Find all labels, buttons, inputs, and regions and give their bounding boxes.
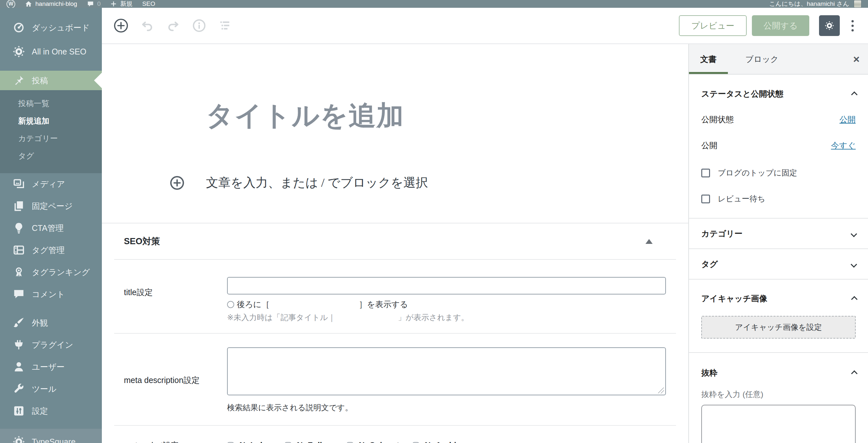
site-name-label: hanamichi-blog [35,0,77,7]
sidebar-item-label: メディア [32,179,65,189]
featured-image-panel-header[interactable]: アイキャッチ画像 [701,289,856,308]
user-avatar[interactable] [854,0,862,8]
tags-panel: タグ [689,249,868,280]
publish-value-link[interactable]: 今すぐ [831,140,856,151]
seo-description-label: meta description設定 [124,347,227,413]
seo-description-row: meta description設定 検索結果に表示される説明文です。 [114,334,676,426]
seo-metabox-title: SEO対策 [124,235,160,247]
redo-button[interactable] [166,19,180,33]
add-block-button[interactable] [169,176,185,190]
plug-icon [13,339,25,351]
paragraph-placeholder[interactable]: 文章を入力、または / でブロックを選択 [206,175,428,191]
undo-button[interactable] [140,19,154,33]
sidebar-item-users[interactable]: ユーザー [0,357,102,377]
sidebar-item-plugins[interactable]: プラグイン [0,335,102,355]
publish-button[interactable]: 公開する [752,15,809,36]
sidebar-item-label: プラグイン [32,340,73,350]
nosnippet-label: :NoSnippet [356,441,399,443]
chevron-down-icon [851,231,857,238]
tab-block[interactable]: ブロック [736,44,788,74]
award-medal-icon [13,266,25,278]
sidebar-item-tools[interactable]: ツール [0,379,102,399]
site-name-link[interactable]: hanamichi-blog [25,0,77,7]
sticky-checkbox[interactable] [701,169,710,178]
pages-icon [13,200,25,212]
excerpt-panel-title: 抜粋 [701,368,717,378]
noindex-checkbox[interactable] [227,442,234,443]
collapse-triangle-icon[interactable] [646,239,653,244]
nofollow-checkbox[interactable] [284,442,291,443]
nosnippet-checkbox[interactable] [346,442,353,443]
append-suffix-radio[interactable] [227,301,234,308]
sidebar-item-media[interactable]: メディア [0,174,102,194]
sidebar-item-settings[interactable]: 設定 [0,401,102,421]
plus-icon [110,1,117,7]
submenu-item-categories[interactable]: カテゴリー [0,130,102,147]
categories-panel-title: カテゴリー [701,228,742,239]
sidebar-item-appearance[interactable]: 外観 [0,313,102,333]
visibility-value-link[interactable]: 公開 [839,114,856,125]
list-view-button[interactable] [218,19,232,33]
wrench-icon [13,383,25,395]
lightbulb-icon [13,222,25,234]
chevron-down-icon [851,261,857,268]
sidebar-item-typesquare[interactable]: TypeSquare [0,429,102,443]
sidebar-item-label: ダッシュボード [32,22,90,33]
info-button[interactable] [192,19,206,33]
sidebar-item-tag-ranking[interactable]: タグランキング [0,262,102,282]
sidebar-item-all-in-one-seo[interactable]: All in One SEO [0,41,102,62]
sidebar-item-label: TypeSquare [32,437,75,443]
submenu-item-all-posts[interactable]: 投稿一覧 [0,95,102,112]
close-sidebar-button[interactable]: × [853,54,860,65]
excerpt-panel-header[interactable]: 抜粋 [701,365,856,381]
seo-description-textarea[interactable] [227,347,666,395]
settings-toggle-button[interactable] [819,15,840,36]
visibility-row: 公開状態 公開 [701,110,856,128]
status-visibility-panel: ステータスと公開状態 公開状態 公開 公開 今すぐ ブログのトップに固定 レビュ… [689,74,868,219]
wordpress-logo-icon[interactable]: W [6,0,15,8]
new-content-menu[interactable]: 新規 [110,0,132,8]
sidebar-item-comments[interactable]: コメント [0,284,102,304]
sidebar-item-pages[interactable]: 固定ページ [0,196,102,216]
seo-menu-label: SEO [142,0,155,7]
sidebar-item-posts[interactable]: 投稿 [0,71,102,90]
chevron-up-icon [851,370,858,377]
excerpt-textarea[interactable] [701,405,856,443]
noindex-label: :NoIndex [237,441,272,443]
seo-title-input[interactable] [227,277,666,294]
seo-menu[interactable]: SEO [142,0,155,7]
status-panel-title: ステータスと公開状態 [701,89,783,99]
sidebar-item-tag-manager[interactable]: タグ管理 [0,240,102,260]
featured-image-panel-title: アイキャッチ画像 [701,293,768,304]
layout-card-icon [13,244,25,256]
submenu-item-tags[interactable]: タグ [0,147,102,165]
comments-shortcut[interactable]: 0 [87,0,101,7]
tags-panel-header[interactable]: タグ [701,249,856,279]
post-title-input[interactable]: タイトルを追加 [206,97,688,134]
sidebar-item-label: タグ管理 [32,245,65,256]
admin-bar: W hanamichi-blog 0 新規 SEO こんにちは、hanamich… [0,0,868,8]
categories-panel-header[interactable]: カテゴリー [701,219,856,248]
settings-tabbar: 文書 ブロック × [689,44,868,74]
status-panel-header[interactable]: ステータスと公開状態 [701,86,856,102]
pending-review-checkbox[interactable] [701,195,710,203]
comment-bubble-icon [87,0,94,7]
tab-document[interactable]: 文書 [689,44,728,74]
noarchive-checkbox[interactable] [412,442,420,443]
sidebar-item-dashboard[interactable]: ダッシュボード [0,18,102,38]
howdy-greeting[interactable]: こんにちは、hanamichi さん [769,0,849,8]
active-item-arrow [94,73,102,88]
sidebar-item-label: 固定ページ [32,201,73,212]
set-featured-image-button[interactable]: アイキャッチ画像を設定 [701,316,856,339]
robot-option-nosnippet: :NoSnippet [346,441,399,443]
more-options-button[interactable] [849,18,856,34]
noarchive-label: :NoArchive [422,441,465,443]
submenu-item-add-new[interactable]: 新規追加 [0,112,102,130]
pending-review-row: レビュー待ち [701,189,856,208]
comment-icon [13,288,25,300]
tags-panel-title: タグ [701,259,718,270]
block-inserter-button[interactable] [114,18,128,33]
preview-button[interactable]: プレビュー [679,15,746,36]
sidebar-item-cta[interactable]: CTA管理 [0,218,102,238]
admin-sidebar: ダッシュボード All in One SEO 投稿 投稿一覧 新規追加 カテゴリ… [0,8,102,443]
